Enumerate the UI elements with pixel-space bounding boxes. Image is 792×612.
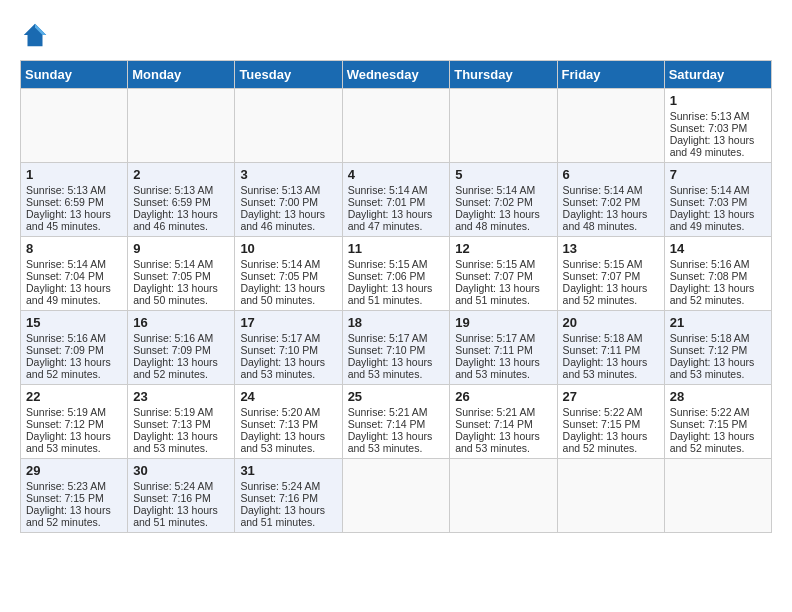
sunrise-text: Sunrise: 5:15 AM xyxy=(455,258,535,270)
sunrise-text: Sunrise: 5:19 AM xyxy=(26,406,106,418)
sunrise-text: Sunrise: 5:24 AM xyxy=(133,480,213,492)
calendar-cell xyxy=(450,459,557,533)
page-header xyxy=(20,20,772,50)
day-number: 20 xyxy=(563,315,659,330)
calendar-cell: 30Sunrise: 5:24 AMSunset: 7:16 PMDayligh… xyxy=(128,459,235,533)
calendar-cell xyxy=(21,89,128,163)
sunset-text: Sunset: 7:02 PM xyxy=(455,196,533,208)
sunrise-text: Sunrise: 5:18 AM xyxy=(563,332,643,344)
daylight-text: Daylight: 13 hours and 49 minutes. xyxy=(670,134,755,158)
day-number: 31 xyxy=(240,463,336,478)
calendar-cell: 6Sunrise: 5:14 AMSunset: 7:02 PMDaylight… xyxy=(557,163,664,237)
day-number: 30 xyxy=(133,463,229,478)
calendar-cell: 15Sunrise: 5:16 AMSunset: 7:09 PMDayligh… xyxy=(21,311,128,385)
daylight-text: Daylight: 13 hours and 52 minutes. xyxy=(26,504,111,528)
sunrise-text: Sunrise: 5:18 AM xyxy=(670,332,750,344)
calendar-day-header: Monday xyxy=(128,61,235,89)
calendar-week-row: 15Sunrise: 5:16 AMSunset: 7:09 PMDayligh… xyxy=(21,311,772,385)
day-number: 1 xyxy=(26,167,122,182)
daylight-text: Daylight: 13 hours and 46 minutes. xyxy=(240,208,325,232)
daylight-text: Daylight: 13 hours and 46 minutes. xyxy=(133,208,218,232)
sunset-text: Sunset: 7:15 PM xyxy=(26,492,104,504)
calendar-day-header: Thursday xyxy=(450,61,557,89)
daylight-text: Daylight: 13 hours and 47 minutes. xyxy=(348,208,433,232)
calendar-cell: 25Sunrise: 5:21 AMSunset: 7:14 PMDayligh… xyxy=(342,385,450,459)
calendar-cell: 24Sunrise: 5:20 AMSunset: 7:13 PMDayligh… xyxy=(235,385,342,459)
day-number: 2 xyxy=(133,167,229,182)
sunrise-text: Sunrise: 5:21 AM xyxy=(348,406,428,418)
calendar-cell: 29Sunrise: 5:23 AMSunset: 7:15 PMDayligh… xyxy=(21,459,128,533)
daylight-text: Daylight: 13 hours and 52 minutes. xyxy=(670,430,755,454)
day-number: 29 xyxy=(26,463,122,478)
sunrise-text: Sunrise: 5:14 AM xyxy=(670,184,750,196)
daylight-text: Daylight: 13 hours and 52 minutes. xyxy=(133,356,218,380)
sunrise-text: Sunrise: 5:14 AM xyxy=(455,184,535,196)
sunrise-text: Sunrise: 5:21 AM xyxy=(455,406,535,418)
sunset-text: Sunset: 7:06 PM xyxy=(348,270,426,282)
day-number: 17 xyxy=(240,315,336,330)
day-number: 25 xyxy=(348,389,445,404)
sunset-text: Sunset: 7:04 PM xyxy=(26,270,104,282)
sunset-text: Sunset: 7:07 PM xyxy=(563,270,641,282)
sunrise-text: Sunrise: 5:17 AM xyxy=(455,332,535,344)
day-number: 16 xyxy=(133,315,229,330)
sunrise-text: Sunrise: 5:22 AM xyxy=(670,406,750,418)
logo xyxy=(20,20,54,50)
calendar-cell: 9Sunrise: 5:14 AMSunset: 7:05 PMDaylight… xyxy=(128,237,235,311)
daylight-text: Daylight: 13 hours and 49 minutes. xyxy=(670,208,755,232)
calendar-cell: 19Sunrise: 5:17 AMSunset: 7:11 PMDayligh… xyxy=(450,311,557,385)
calendar-cell: 14Sunrise: 5:16 AMSunset: 7:08 PMDayligh… xyxy=(664,237,771,311)
sunset-text: Sunset: 6:59 PM xyxy=(133,196,211,208)
sunset-text: Sunset: 7:12 PM xyxy=(670,344,748,356)
calendar-week-row: 22Sunrise: 5:19 AMSunset: 7:12 PMDayligh… xyxy=(21,385,772,459)
daylight-text: Daylight: 13 hours and 53 minutes. xyxy=(455,356,540,380)
daylight-text: Daylight: 13 hours and 53 minutes. xyxy=(670,356,755,380)
sunset-text: Sunset: 7:08 PM xyxy=(670,270,748,282)
day-number: 13 xyxy=(563,241,659,256)
sunset-text: Sunset: 7:05 PM xyxy=(133,270,211,282)
day-number: 18 xyxy=(348,315,445,330)
calendar-cell: 2Sunrise: 5:13 AMSunset: 6:59 PMDaylight… xyxy=(128,163,235,237)
day-number: 21 xyxy=(670,315,766,330)
sunset-text: Sunset: 7:15 PM xyxy=(563,418,641,430)
daylight-text: Daylight: 13 hours and 53 minutes. xyxy=(455,430,540,454)
calendar-table: SundayMondayTuesdayWednesdayThursdayFrid… xyxy=(20,60,772,533)
day-number: 14 xyxy=(670,241,766,256)
calendar-day-header: Sunday xyxy=(21,61,128,89)
sunrise-text: Sunrise: 5:16 AM xyxy=(26,332,106,344)
daylight-text: Daylight: 13 hours and 48 minutes. xyxy=(455,208,540,232)
day-number: 24 xyxy=(240,389,336,404)
sunset-text: Sunset: 7:07 PM xyxy=(455,270,533,282)
sunset-text: Sunset: 7:16 PM xyxy=(133,492,211,504)
daylight-text: Daylight: 13 hours and 52 minutes. xyxy=(563,430,648,454)
daylight-text: Daylight: 13 hours and 51 minutes. xyxy=(240,504,325,528)
calendar-cell: 31Sunrise: 5:24 AMSunset: 7:16 PMDayligh… xyxy=(235,459,342,533)
sunset-text: Sunset: 6:59 PM xyxy=(26,196,104,208)
calendar-cell xyxy=(128,89,235,163)
calendar-cell: 23Sunrise: 5:19 AMSunset: 7:13 PMDayligh… xyxy=(128,385,235,459)
daylight-text: Daylight: 13 hours and 53 minutes. xyxy=(348,356,433,380)
sunset-text: Sunset: 7:09 PM xyxy=(133,344,211,356)
daylight-text: Daylight: 13 hours and 53 minutes. xyxy=(240,356,325,380)
day-number: 28 xyxy=(670,389,766,404)
sunset-text: Sunset: 7:16 PM xyxy=(240,492,318,504)
day-number: 11 xyxy=(348,241,445,256)
calendar-week-row: 8Sunrise: 5:14 AMSunset: 7:04 PMDaylight… xyxy=(21,237,772,311)
daylight-text: Daylight: 13 hours and 50 minutes. xyxy=(240,282,325,306)
sunset-text: Sunset: 7:05 PM xyxy=(240,270,318,282)
calendar-cell: 3Sunrise: 5:13 AMSunset: 7:00 PMDaylight… xyxy=(235,163,342,237)
daylight-text: Daylight: 13 hours and 51 minutes. xyxy=(133,504,218,528)
calendar-cell xyxy=(664,459,771,533)
calendar-day-header: Wednesday xyxy=(342,61,450,89)
calendar-day-header: Saturday xyxy=(664,61,771,89)
sunset-text: Sunset: 7:13 PM xyxy=(133,418,211,430)
calendar-cell xyxy=(557,459,664,533)
calendar-cell: 13Sunrise: 5:15 AMSunset: 7:07 PMDayligh… xyxy=(557,237,664,311)
calendar-cell: 12Sunrise: 5:15 AMSunset: 7:07 PMDayligh… xyxy=(450,237,557,311)
calendar-body: 1Sunrise: 5:13 AMSunset: 7:03 PMDaylight… xyxy=(21,89,772,533)
calendar-cell: 11Sunrise: 5:15 AMSunset: 7:06 PMDayligh… xyxy=(342,237,450,311)
sunset-text: Sunset: 7:10 PM xyxy=(240,344,318,356)
sunrise-text: Sunrise: 5:14 AM xyxy=(348,184,428,196)
calendar-cell: 27Sunrise: 5:22 AMSunset: 7:15 PMDayligh… xyxy=(557,385,664,459)
daylight-text: Daylight: 13 hours and 53 minutes. xyxy=(26,430,111,454)
